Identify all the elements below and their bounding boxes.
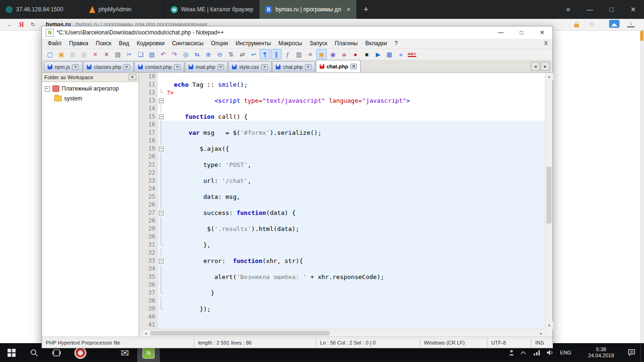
print-icon[interactable]: ▤ xyxy=(113,49,123,59)
sync-horizontal-icon[interactable]: ⇄ xyxy=(237,49,248,59)
indent-guide-icon[interactable]: ∥ xyxy=(271,49,281,59)
close-all-icon[interactable]: ✕ xyxy=(101,49,112,59)
spell-check-abc-icon[interactable]: ABC xyxy=(407,49,417,59)
code-line[interactable]: 30 xyxy=(142,233,553,241)
workspace-close-icon[interactable]: ✕ xyxy=(129,74,136,80)
menu-Опции[interactable]: Опции xyxy=(207,40,232,47)
file-tab-close-icon[interactable]: ✕ xyxy=(174,64,181,70)
code-line[interactable]: 32 xyxy=(142,249,553,257)
tray-clock[interactable]: 5:38 24.04.2018 xyxy=(581,343,621,362)
code-line[interactable]: 25 data: msg, xyxy=(142,193,553,201)
code-line[interactable]: 31 }, xyxy=(142,241,553,249)
npp-minimize-button[interactable]: — xyxy=(490,26,511,39)
save-macro-icon[interactable]: ▦ xyxy=(384,49,395,59)
menu-Поиск[interactable]: Поиск xyxy=(92,40,115,47)
fold-collapse-icon[interactable] xyxy=(158,113,165,121)
browser-tab[interactable]: wWeax.ME | Каталог браузер xyxy=(165,0,259,19)
code-line[interactable]: 35 alert('Возникла ошибка: ' + xhr.respo… xyxy=(142,273,553,281)
npp-menu-close-icon[interactable]: X xyxy=(544,40,548,47)
action-center-button[interactable] xyxy=(623,343,639,362)
file-tab[interactable]: classes.php✕ xyxy=(83,61,134,72)
close-file-icon[interactable]: ✕ xyxy=(90,49,100,59)
menu-Макросы[interactable]: Макросы xyxy=(275,40,306,47)
code-line[interactable]: 14 xyxy=(142,105,553,113)
file-tab[interactable]: chat.php✕ xyxy=(272,61,315,72)
yandex-icon[interactable]: Я xyxy=(19,21,24,29)
tab-scroll-left-icon[interactable]: ◂ xyxy=(531,62,540,71)
code-line[interactable]: 39 }); xyxy=(142,305,553,313)
stop-macro-icon[interactable]: ■ xyxy=(362,49,372,59)
scroll-down-icon[interactable]: ▾ xyxy=(545,321,553,329)
tree-expander-icon[interactable] xyxy=(45,86,50,91)
file-tab-close-icon[interactable]: ✕ xyxy=(350,64,357,69)
browser-close-button[interactable]: ✕ xyxy=(622,0,644,19)
scroll-right-icon[interactable]: ▸ xyxy=(537,329,545,337)
copy-icon[interactable]: ❏ xyxy=(135,49,146,59)
refresh-icon[interactable]: ↻ xyxy=(31,21,35,28)
record-macro-icon[interactable]: ● xyxy=(350,49,361,59)
tab-scroll-right-icon[interactable]: ▸ xyxy=(541,62,550,71)
workspace-root-item[interactable]: Платежный агрегатор xyxy=(42,85,139,92)
replace-icon[interactable]: ⇆ xyxy=(192,49,202,59)
code-line[interactable]: 34 xyxy=(142,265,553,273)
editor-horizontal-scrollbar[interactable]: ◂ ▸ xyxy=(142,329,545,337)
code-line[interactable]: 11 echo Tag :: smile(); xyxy=(142,81,553,89)
file-tab-close-icon[interactable]: ✕ xyxy=(124,64,130,70)
file-tab-close-icon[interactable]: ✕ xyxy=(218,64,224,70)
hscroll-thumb[interactable] xyxy=(150,331,330,336)
menu-Плагины[interactable]: Плагины xyxy=(331,40,362,47)
file-tab-close-icon[interactable]: ✕ xyxy=(72,64,79,70)
fold-collapse-icon[interactable] xyxy=(158,145,165,153)
menu-Кодировки[interactable]: Кодировки xyxy=(133,40,168,47)
redo-icon[interactable]: ↷ xyxy=(169,49,180,59)
back-icon[interactable]: ← xyxy=(7,21,12,28)
find-icon[interactable]: ◎ xyxy=(181,49,191,59)
scroll-left-icon[interactable]: ◂ xyxy=(142,329,149,337)
file-tab[interactable]: npm.js✕ xyxy=(44,61,83,72)
photo-icon[interactable] xyxy=(609,20,619,28)
menu-Вкладки[interactable]: Вкладки xyxy=(362,40,391,47)
new-tab-button[interactable]: + xyxy=(357,0,375,19)
code-line[interactable]: 29 $('.results').html(data); xyxy=(142,225,553,233)
monitoring-icon[interactable]: ◉ xyxy=(328,49,338,59)
open-folder-icon[interactable]: ▣ xyxy=(56,49,66,59)
browser-maximize-button[interactable]: □ xyxy=(601,0,622,19)
vscroll-thumb[interactable] xyxy=(546,167,552,223)
fold-collapse-icon[interactable] xyxy=(158,97,165,105)
start-button[interactable] xyxy=(0,343,23,362)
show-desktop-button[interactable] xyxy=(640,343,644,362)
folder-as-workspace-icon[interactable]: ▣ xyxy=(316,49,327,59)
menu-Запуск[interactable]: Запуск xyxy=(306,40,331,47)
zoom-in-icon[interactable]: ⊕ xyxy=(203,49,214,59)
export-icon[interactable]: ◈ xyxy=(339,49,349,59)
paste-icon[interactable]: ▨ xyxy=(147,49,157,59)
save-all-icon[interactable]: ▩ xyxy=(79,49,89,59)
npp-maximize-button[interactable]: □ xyxy=(511,26,532,39)
browser-minimize-button[interactable]: — xyxy=(579,0,601,19)
code-line[interactable]: 12?> xyxy=(142,89,553,97)
code-line[interactable]: 22 xyxy=(142,169,553,177)
code-line[interactable]: 38 xyxy=(142,297,553,305)
workspace-panel-header[interactable]: Folder as Workspace ✕ xyxy=(42,73,139,82)
code-line[interactable]: 17 var msg = $('#formx').serialize(); xyxy=(142,129,553,137)
code-line[interactable]: 16 xyxy=(142,121,553,129)
page-scrollbar-thumb[interactable] xyxy=(640,31,644,41)
undo-icon[interactable]: ↶ xyxy=(158,49,168,59)
menu-Правка[interactable]: Правка xyxy=(66,40,92,47)
browser-menu-icon[interactable]: ≡ xyxy=(557,0,579,19)
file-tab-close-icon[interactable]: ✕ xyxy=(305,64,312,70)
play-macro-icon[interactable]: ▶ xyxy=(373,49,383,59)
code-line[interactable]: 37 } xyxy=(142,289,553,297)
code-line[interactable]: 28 xyxy=(142,217,553,225)
lock-icon[interactable] xyxy=(573,20,580,29)
file-tab-close-icon[interactable]: ✕ xyxy=(261,64,268,70)
code-line[interactable]: 33 error: function(xhr, str){ xyxy=(142,257,553,265)
run-macro-multiple-icon[interactable]: » xyxy=(396,49,406,59)
doc-list-icon[interactable]: ≡ xyxy=(305,49,315,59)
code-editor[interactable]: 1011 echo Tag :: smile();12?>13 <script … xyxy=(142,73,553,329)
menu-Инструменты[interactable]: Инструменты xyxy=(232,40,275,47)
code-line[interactable]: 18 xyxy=(142,137,553,145)
bookmark-star-icon[interactable]: ☆ xyxy=(587,20,596,29)
browser-tab[interactable]: Вbymas.ru | программы дл✕ xyxy=(259,0,356,19)
npp-close-button[interactable]: ✕ xyxy=(532,26,553,39)
